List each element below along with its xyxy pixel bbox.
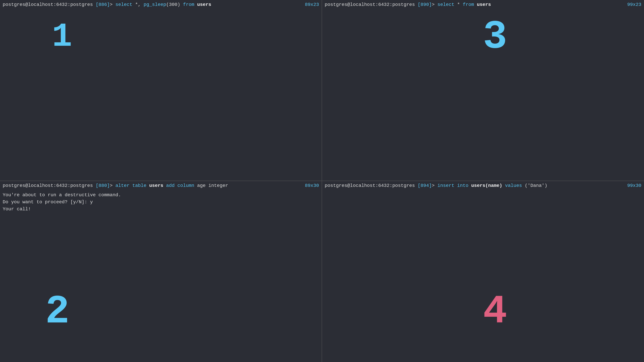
- terminal-grid: postgres@localhost:6432:postgres [886]> …: [0, 0, 644, 362]
- pane-2-pid: [890]: [418, 1, 432, 8]
- pane-4-table: users(name): [468, 182, 505, 189]
- pane-1-number: 1: [52, 20, 72, 54]
- pane-1-pid: [886]: [96, 1, 110, 8]
- pane-1-star: *,: [132, 1, 144, 8]
- pane-2-prompt: postgres@localhost:6432:postgres: [325, 1, 418, 8]
- pane-3-pid: [880]: [96, 182, 110, 189]
- pane-1-size: 89x23: [305, 1, 319, 8]
- pane-4-body: [322, 190, 644, 193]
- pane-3-addcol: add column: [166, 182, 194, 189]
- pane-3-header: postgres@localhost:6432:postgres [880]> …: [0, 181, 322, 190]
- terminal-pane-1[interactable]: postgres@localhost:6432:postgres [886]> …: [0, 0, 322, 181]
- terminal-pane-3[interactable]: postgres@localhost:6432:postgres [880]> …: [0, 181, 322, 362]
- pane-1-from: from: [183, 1, 194, 8]
- pane-3-prompt: postgres@localhost:6432:postgres: [3, 182, 96, 189]
- pane-4-header: postgres@localhost:6432:postgres [894]> …: [322, 181, 644, 190]
- pane-2-select: select: [438, 1, 454, 8]
- pane-3-number: 2: [45, 292, 70, 332]
- pane-4-cmd-prefix: >: [432, 182, 438, 189]
- pane-3-cmd-prefix: >: [110, 182, 116, 189]
- terminal-pane-4[interactable]: postgres@localhost:6432:postgres [894]> …: [322, 181, 644, 362]
- pane-2-body: [322, 9, 644, 12]
- pane-1-cmd-prefix: >: [110, 1, 116, 8]
- pane-1-prompt: postgres@localhost:6432:postgres: [3, 1, 96, 8]
- pane-2-from: from: [463, 1, 474, 8]
- pane-4-into: into: [457, 182, 468, 189]
- pane-3-table: users: [146, 182, 166, 189]
- pane-3-body: You're about to run a destructive comman…: [0, 190, 322, 214]
- pane-2-number: 3: [483, 17, 507, 57]
- pane-1-pgsleep: pg_sleep: [144, 1, 166, 8]
- pane-4-number: 4: [483, 292, 507, 332]
- pane-4-prompt: postgres@localhost:6432:postgres: [325, 182, 418, 189]
- pane-4-insert: insert: [438, 182, 454, 189]
- pane-1-header: postgres@localhost:6432:postgres [886]> …: [0, 0, 322, 9]
- pane-3-coldef: age integer: [194, 182, 228, 189]
- terminal-pane-2[interactable]: postgres@localhost:6432:postgres [890]> …: [322, 0, 644, 181]
- pane-1-table: users: [194, 1, 211, 8]
- pane-3-size: 89x30: [305, 182, 319, 189]
- pane-4-sp1: [454, 182, 457, 189]
- pane-1-select: select: [116, 1, 132, 8]
- pane-3-alter: alter table: [116, 182, 146, 189]
- pane-2-star: *: [454, 1, 463, 8]
- pane-3-line-1: You're about to run a destructive comman…: [3, 192, 319, 199]
- pane-4-pid: [894]: [418, 182, 432, 189]
- pane-4-val: ('Dana'): [522, 182, 547, 189]
- pane-2-cmd-prefix: >: [432, 1, 438, 8]
- pane-2-table: users: [474, 1, 491, 8]
- pane-3-line-2: Do you want to proceed? [y/N]: y: [3, 199, 319, 206]
- pane-4-size: 99x30: [627, 182, 641, 189]
- pane-2-header: postgres@localhost:6432:postgres [890]> …: [322, 0, 644, 9]
- pane-2-size: 99x23: [627, 1, 641, 8]
- pane-3-line-3: Your call!: [3, 206, 319, 213]
- pane-1-body: [0, 9, 322, 12]
- pane-1-paren: (300): [166, 1, 183, 8]
- pane-4-values: values: [505, 182, 522, 189]
